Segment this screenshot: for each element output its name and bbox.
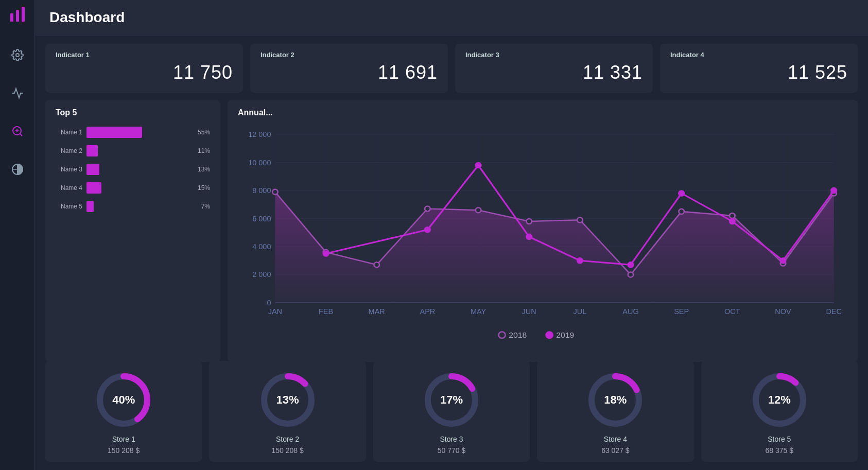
donut-name-4: Store 4 xyxy=(604,435,627,443)
svg-point-51 xyxy=(425,206,430,211)
bar-track-5 xyxy=(86,201,187,212)
indicator-label-3: Indicator 3 xyxy=(465,51,643,59)
bar-track-3 xyxy=(86,164,187,175)
svg-text:MAR: MAR xyxy=(369,308,385,316)
indicator-card-4: Indicator 4 11 525 xyxy=(660,44,858,93)
bar-row-4: Name 4 15% xyxy=(56,182,210,194)
chart-container: 02 0004 0006 0008 00010 00012 000JANFEBM… xyxy=(238,121,847,341)
donut-name-2: Store 2 xyxy=(276,435,299,443)
bar-label-5: Name 5 xyxy=(56,203,82,210)
bar-fill-5 xyxy=(86,201,94,212)
svg-point-57 xyxy=(730,213,735,218)
svg-text:DEC: DEC xyxy=(826,308,842,316)
donut-name-3: Store 3 xyxy=(440,435,463,443)
svg-point-55 xyxy=(628,272,634,277)
svg-point-65 xyxy=(628,262,634,267)
indicator-value-3: 11 331 xyxy=(465,62,643,83)
donut-pct-5: 12% xyxy=(768,393,791,407)
svg-point-60 xyxy=(323,251,329,256)
indicator-value-1: 11 750 xyxy=(56,62,233,83)
donut-amount-2: 150 208 $ xyxy=(271,446,303,455)
donut-wrapper-1: 40% xyxy=(93,369,154,431)
logo-icon xyxy=(9,6,26,26)
svg-rect-2 xyxy=(22,7,25,22)
donut-card-4: 18% Store 4 63 027 $ xyxy=(537,361,693,462)
indicator-label-2: Indicator 2 xyxy=(261,51,438,59)
bar-pct-2: 11% xyxy=(192,147,210,154)
donut-wrapper-2: 13% xyxy=(257,369,319,431)
svg-rect-1 xyxy=(16,10,19,22)
svg-text:2018: 2018 xyxy=(509,330,527,339)
svg-text:8 000: 8 000 xyxy=(252,186,271,195)
svg-text:6 000: 6 000 xyxy=(252,215,271,223)
contrast-icon[interactable] xyxy=(7,159,28,183)
svg-point-50 xyxy=(374,262,379,267)
bar-fill-4 xyxy=(86,182,101,194)
line-chart: 02 0004 0006 0008 00010 00012 000JANFEBM… xyxy=(238,121,847,341)
bar-label-2: Name 2 xyxy=(56,147,82,154)
svg-text:2 000: 2 000 xyxy=(252,271,271,279)
donut-name-5: Store 5 xyxy=(768,435,791,443)
bar-fill-3 xyxy=(86,164,99,175)
bar-pct-3: 13% xyxy=(192,166,210,173)
donut-center-1: 40% xyxy=(112,393,135,407)
search-analytics-icon[interactable] xyxy=(7,121,28,145)
donut-amount-1: 150 208 $ xyxy=(108,446,140,455)
svg-point-69 xyxy=(831,188,837,193)
svg-point-52 xyxy=(476,207,481,213)
donut-card-3: 17% Store 3 50 770 $ xyxy=(373,361,530,462)
donut-center-2: 13% xyxy=(276,393,299,407)
indicator-label-4: Indicator 4 xyxy=(670,51,847,59)
indicator-value-2: 11 691 xyxy=(261,62,438,83)
bar-label-4: Name 4 xyxy=(56,184,82,192)
main-content: Dashboard Indicator 1 11 750 Indicator 2… xyxy=(35,0,868,470)
svg-text:NOV: NOV xyxy=(775,308,791,316)
bar-fill-1 xyxy=(86,127,142,138)
svg-point-48 xyxy=(272,189,278,195)
settings-icon[interactable] xyxy=(7,45,28,68)
svg-text:FEB: FEB xyxy=(319,308,333,316)
svg-text:0: 0 xyxy=(267,299,271,307)
svg-point-61 xyxy=(425,227,430,232)
donut-center-4: 18% xyxy=(604,393,627,407)
top5-title: Top 5 xyxy=(56,108,210,117)
donut-center-5: 12% xyxy=(768,393,791,407)
bottom-row: 40% Store 1 150 208 $ 13% Store 2 150 20… xyxy=(45,361,858,462)
bar-fill-2 xyxy=(86,145,98,156)
donut-wrapper-4: 18% xyxy=(584,369,646,431)
donut-pct-4: 18% xyxy=(604,393,627,407)
svg-line-5 xyxy=(20,134,22,136)
svg-point-63 xyxy=(526,234,532,239)
svg-text:AUG: AUG xyxy=(622,308,638,316)
svg-text:JUL: JUL xyxy=(573,308,586,316)
page-title: Dashboard xyxy=(49,9,854,26)
svg-text:JUN: JUN xyxy=(522,308,536,316)
donut-amount-3: 50 770 $ xyxy=(438,446,466,455)
bar-track-4 xyxy=(86,182,187,194)
bar-track-2 xyxy=(86,145,187,156)
bar-pct-4: 15% xyxy=(192,184,210,192)
bar-label-3: Name 3 xyxy=(56,166,82,173)
svg-point-70 xyxy=(498,332,505,338)
header: Dashboard xyxy=(35,0,868,36)
svg-text:MAY: MAY xyxy=(471,308,487,316)
annual-card: Annual... 02 0004 0006 0008 00010 00012 … xyxy=(228,100,858,362)
indicator-value-4: 11 525 xyxy=(670,62,847,83)
bar-row-3: Name 3 13% xyxy=(56,164,210,175)
svg-rect-0 xyxy=(10,13,13,22)
svg-point-53 xyxy=(526,219,532,224)
indicators-row: Indicator 1 11 750 Indicator 2 11 691 In… xyxy=(45,44,858,93)
donut-center-3: 17% xyxy=(440,393,463,407)
donut-wrapper-3: 17% xyxy=(421,369,482,431)
middle-row: Top 5 Name 1 55% Name 2 11% Name 3 13% N… xyxy=(45,100,858,354)
svg-point-72 xyxy=(546,332,553,338)
svg-text:10 000: 10 000 xyxy=(248,159,271,167)
bar-row-5: Name 5 7% xyxy=(56,201,210,212)
donut-pct-1: 40% xyxy=(112,393,135,407)
sidebar xyxy=(0,0,35,470)
analytics-icon[interactable] xyxy=(7,83,28,107)
bar-pct-5: 7% xyxy=(192,203,210,210)
indicator-label-1: Indicator 1 xyxy=(56,51,233,59)
donut-pct-2: 13% xyxy=(276,393,299,407)
bars-container: Name 1 55% Name 2 11% Name 3 13% Name 4 … xyxy=(56,127,210,212)
